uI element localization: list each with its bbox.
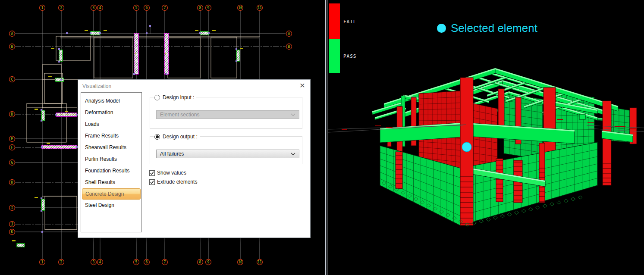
svg-text:4: 4 <box>99 260 101 264</box>
svg-text:8: 8 <box>199 260 201 264</box>
selected-element-banner: Selected element <box>437 22 537 35</box>
svg-text:E: E <box>11 137 13 141</box>
design-input-group: Design input : Element sections <box>150 97 302 129</box>
svg-text:1: 1 <box>41 260 44 264</box>
list-item-frame-results[interactable]: Frame Results <box>81 130 141 142</box>
list-item-loads[interactable]: Loads <box>81 119 141 130</box>
panel-splitter[interactable] <box>325 0 328 275</box>
svg-text:A: A <box>288 32 290 36</box>
svg-text:11: 11 <box>258 6 262 10</box>
svg-text:7: 7 <box>164 260 166 264</box>
svg-text:A: A <box>11 32 13 36</box>
list-item-purlin-results[interactable]: Purlin Results <box>81 153 141 165</box>
selected-element-marker <box>462 142 471 152</box>
svg-text:I: I <box>11 206 13 210</box>
svg-text:7: 7 <box>164 6 166 10</box>
list-item-analysis-model[interactable]: Analysis Model <box>81 95 141 107</box>
check-icon <box>150 171 154 175</box>
close-icon[interactable]: × <box>298 81 307 90</box>
svg-text:6: 6 <box>146 6 148 10</box>
list-item-foundation-results[interactable]: Foundation Results <box>81 165 141 177</box>
svg-text:10: 10 <box>238 6 242 10</box>
show-values-label: Show values <box>157 170 186 176</box>
design-output-radio-row[interactable]: Design output : <box>154 133 200 141</box>
svg-text:K: K <box>11 230 13 234</box>
design-output-label: Design output : <box>163 134 198 140</box>
svg-text:4: 4 <box>99 6 101 10</box>
svg-text:10: 10 <box>238 260 242 264</box>
design-input-label: Design input : <box>163 94 194 100</box>
svg-text:2: 2 <box>60 6 63 10</box>
extrude-elements-checkbox[interactable] <box>149 179 155 185</box>
result-legend: FAIL PASS <box>329 3 340 73</box>
design-input-value: Element sections <box>160 112 199 118</box>
result-viewer-viewport[interactable]: FAIL PASS Selected element <box>328 0 644 275</box>
svg-text:B: B <box>288 45 290 49</box>
list-item-shell-results[interactable]: Shell Results <box>81 177 141 188</box>
list-item-steel-design[interactable]: Steel Design <box>81 200 141 211</box>
design-output-group: Design output : All failures <box>150 136 302 164</box>
design-output-radio[interactable] <box>154 134 160 140</box>
fail-color-swatch <box>329 3 340 39</box>
svg-text:2: 2 <box>60 260 63 264</box>
svg-text:D: D <box>11 112 13 116</box>
svg-text:3: 3 <box>93 260 95 264</box>
chevron-down-icon <box>291 113 295 116</box>
list-item-concrete-design[interactable]: Concrete Design <box>82 188 141 200</box>
extrude-elements-row[interactable]: Extrude elements <box>149 179 197 185</box>
list-item-deformation[interactable]: Deformation <box>81 107 141 119</box>
svg-text:J: J <box>11 222 13 226</box>
list-item-shearwall-results[interactable]: Shearwall Results <box>81 142 141 153</box>
fail-label: FAIL <box>343 19 357 25</box>
structure-3d-model <box>328 0 644 275</box>
svg-text:3: 3 <box>93 6 95 10</box>
design-input-dropdown[interactable]: Element sections <box>156 110 299 119</box>
dialog-title: Visualization <box>82 83 111 89</box>
selected-element-label: Selected element <box>451 22 537 35</box>
svg-text:G: G <box>11 161 13 165</box>
extrude-elements-label: Extrude elements <box>157 179 197 185</box>
show-values-row[interactable]: Show values <box>149 170 186 176</box>
chevron-down-icon <box>291 153 295 156</box>
visualization-dialog: Visualization × Analysis ModelDeformatio… <box>78 79 311 238</box>
pass-color-swatch <box>329 39 340 73</box>
pass-label: PASS <box>343 53 357 59</box>
application-window: 11223344556677889910101111AABBCDEFGHIJK … <box>0 0 644 275</box>
svg-text:F: F <box>11 146 13 150</box>
visualization-category-list: Analysis ModelDeformationLoadsFrame Resu… <box>81 92 142 232</box>
svg-text:6: 6 <box>146 260 148 264</box>
svg-text:8: 8 <box>199 6 201 10</box>
svg-text:9: 9 <box>207 260 210 264</box>
selected-element-dot-icon <box>437 24 446 33</box>
check-icon <box>150 180 154 184</box>
design-output-value: All failures <box>160 151 184 157</box>
svg-text:11: 11 <box>258 260 262 264</box>
svg-text:B: B <box>11 45 13 49</box>
svg-text:C: C <box>11 78 13 81</box>
design-input-radio[interactable] <box>154 95 160 100</box>
design-input-radio-row[interactable]: Design input : <box>154 94 196 101</box>
design-output-dropdown[interactable]: All failures <box>156 150 299 158</box>
svg-text:H: H <box>11 181 13 184</box>
svg-text:5: 5 <box>135 6 138 10</box>
show-values-checkbox[interactable] <box>149 170 155 176</box>
svg-text:9: 9 <box>207 6 210 10</box>
svg-text:5: 5 <box>135 260 138 264</box>
svg-text:1: 1 <box>41 6 44 10</box>
